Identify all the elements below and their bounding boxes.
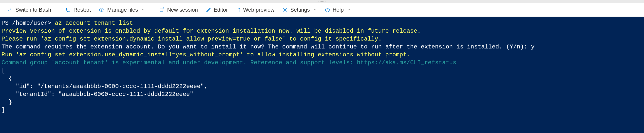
cloud-files-icon <box>99 7 104 13</box>
editor-button[interactable]: Editor <box>202 5 231 15</box>
output-json: "tenantId": "aaaabbbb-0000-cccc-1111-ddd… <box>2 91 194 98</box>
editor-icon <box>206 7 211 13</box>
chevron-down-icon <box>142 8 145 12</box>
help-icon <box>325 7 330 13</box>
terminal-pane[interactable]: PS /home/user> az account tenant list Pr… <box>0 17 644 133</box>
settings-button[interactable]: Settings <box>279 5 320 15</box>
web-preview-label: Web preview <box>243 7 274 13</box>
new-session-icon <box>159 7 164 13</box>
restart-button[interactable]: Restart <box>62 5 94 15</box>
cloud-shell-toolbar: Switch to Bash Restart Manage files New … <box>0 3 644 17</box>
output-json: } <box>2 99 12 105</box>
drag-handle[interactable] <box>0 0 644 3</box>
output-line: Please run 'az config set extension.dyna… <box>2 36 382 42</box>
output-line: Command group 'account tenant' is experi… <box>2 59 456 66</box>
chevron-down-icon <box>313 8 317 12</box>
output-json: { <box>2 75 12 82</box>
command-text: az account tenant list <box>55 20 133 27</box>
output-line: The command requires the extension accou… <box>2 44 534 50</box>
new-session-label: New session <box>167 7 198 13</box>
manage-files-label: Manage files <box>107 7 138 13</box>
web-preview-button[interactable]: Web preview <box>232 5 278 15</box>
chevron-down-icon <box>347 8 350 12</box>
switch-to-bash-button[interactable]: Switch to Bash <box>4 5 55 15</box>
output-json: "id": "/tenants/aaaabbbb-0000-cccc-1111-… <box>2 83 208 90</box>
help-label: Help <box>332 7 344 13</box>
output-json: ] <box>2 107 5 113</box>
output-json: [ <box>2 67 5 74</box>
svg-point-1 <box>284 9 286 11</box>
gear-icon <box>282 7 288 13</box>
web-preview-icon <box>236 7 240 13</box>
restart-label: Restart <box>74 7 91 13</box>
help-button[interactable]: Help <box>321 5 354 15</box>
restart-icon <box>66 7 71 13</box>
output-line: Preview version of extension is enabled … <box>2 28 421 34</box>
manage-files-button[interactable]: Manage files <box>95 5 148 15</box>
swap-icon <box>7 7 13 13</box>
editor-label: Editor <box>214 7 228 13</box>
svg-rect-0 <box>160 8 163 12</box>
prompt-text: PS /home/user> <box>2 20 55 27</box>
output-line: Run 'az config set extension.use_dynamic… <box>2 51 410 58</box>
svg-point-3 <box>327 11 328 11</box>
new-session-button[interactable]: New session <box>156 5 201 15</box>
settings-label: Settings <box>290 7 310 13</box>
switch-to-bash-label: Switch to Bash <box>15 7 51 13</box>
